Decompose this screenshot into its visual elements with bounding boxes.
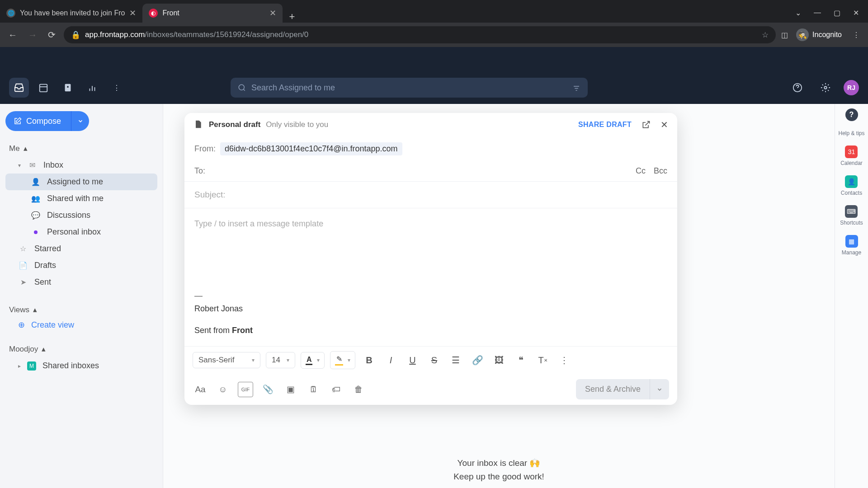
back-button[interactable]: ← bbox=[5, 27, 20, 43]
help-icon[interactable] bbox=[788, 78, 807, 98]
body-placeholder: Type / to insert a message template bbox=[194, 217, 667, 230]
incognito-badge[interactable]: 🕵 Incognito bbox=[796, 28, 842, 41]
star-icon: ☆ bbox=[18, 244, 28, 253]
to-label: To: bbox=[194, 166, 205, 176]
sidebar-item-shared-inboxes[interactable]: ▸ M Shared inboxes bbox=[5, 357, 157, 374]
browser-menu-button[interactable]: ⋮ bbox=[850, 31, 863, 39]
sidebar-item-starred[interactable]: ☆ Starred bbox=[5, 240, 157, 257]
compose-dropdown[interactable] bbox=[71, 111, 89, 131]
text-style-button[interactable]: Aa bbox=[193, 382, 208, 397]
sidebar-item-assigned[interactable]: 👤 Assigned to me bbox=[5, 174, 157, 190]
list-button[interactable]: ☰ bbox=[448, 352, 464, 368]
close-icon[interactable]: ✕ bbox=[129, 8, 136, 18]
sidebar-item-personal[interactable]: Personal inbox bbox=[5, 224, 157, 240]
nav-more-icon[interactable]: ⋮ bbox=[107, 78, 127, 98]
create-view-button[interactable]: ⊕ Create view bbox=[5, 320, 157, 330]
font-size-select[interactable]: 14 ▾ bbox=[266, 352, 295, 368]
signature-divider: — bbox=[194, 289, 667, 302]
sidebar-item-inbox[interactable]: ▾ ✉ Inbox bbox=[5, 157, 157, 174]
new-tab-button[interactable]: + bbox=[283, 11, 301, 23]
rail-calendar[interactable]: 31 Calendar bbox=[840, 145, 863, 166]
subject-field[interactable]: Subject: bbox=[184, 182, 677, 208]
bcc-button[interactable]: Bcc bbox=[654, 166, 667, 176]
font-family-select[interactable]: Sans-Serif ▾ bbox=[193, 352, 260, 368]
chat-icon: 💬 bbox=[31, 211, 41, 220]
send-dropdown[interactable] bbox=[650, 379, 669, 399]
from-value[interactable]: d6idw-dc6b813001f4ec10c7f4@in.frontapp.c… bbox=[220, 142, 402, 155]
tab-invite[interactable]: 🌐 You have been invited to join Fro ✕ bbox=[0, 4, 142, 23]
popout-icon[interactable] bbox=[642, 120, 651, 129]
compose-button[interactable]: Compose bbox=[5, 111, 71, 131]
close-icon[interactable]: ✕ bbox=[660, 119, 668, 130]
tag-button[interactable]: 🏷 bbox=[328, 382, 344, 397]
search-input[interactable] bbox=[251, 83, 567, 93]
attachment-button[interactable]: 📎 bbox=[260, 382, 276, 397]
sidebar-item-discussions[interactable]: 💬 Discussions bbox=[5, 207, 157, 224]
highlight-color-select[interactable]: ✎ ▾ bbox=[330, 351, 355, 369]
rail-contacts[interactable]: 👤 Contacts bbox=[841, 175, 862, 196]
chevron-down-icon[interactable]: ⌄ bbox=[795, 9, 801, 17]
extensions-icon[interactable]: ◫ bbox=[781, 31, 788, 39]
section-moodjoy[interactable]: Moodjoy ▴ bbox=[5, 341, 157, 357]
url-field[interactable]: 🔒 app.frontapp.com/inboxes/teammates/156… bbox=[64, 26, 776, 43]
section-me[interactable]: Me ▴ bbox=[5, 140, 157, 157]
text-color-select[interactable]: A ▾ bbox=[301, 352, 325, 369]
empty-state: Your inbox is clear 🙌 Keep up the good w… bbox=[453, 456, 544, 484]
incognito-icon: 🕵 bbox=[796, 28, 809, 41]
body-editor[interactable]: Type / to insert a message template — Ro… bbox=[184, 208, 677, 346]
sidebar-item-drafts[interactable]: 📄 Drafts bbox=[5, 257, 157, 274]
share-draft-button[interactable]: SHARE DRAFT bbox=[578, 121, 632, 129]
chevron-up-icon: ▴ bbox=[24, 144, 28, 153]
rail-shortcuts[interactable]: ⌨ Shortcuts bbox=[840, 205, 863, 226]
close-icon[interactable]: ✕ bbox=[853, 9, 859, 17]
gear-icon[interactable] bbox=[816, 78, 835, 98]
clear-format-button[interactable]: T✕ bbox=[534, 352, 551, 368]
nav-inbox-icon[interactable] bbox=[9, 78, 29, 98]
section-views[interactable]: Views ▴ bbox=[5, 301, 157, 318]
maximize-icon[interactable]: ▢ bbox=[834, 9, 840, 17]
bold-button[interactable]: B bbox=[361, 352, 377, 368]
svg-line-8 bbox=[244, 89, 245, 91]
filter-icon[interactable] bbox=[572, 84, 580, 92]
delete-button[interactable]: 🗑 bbox=[351, 382, 366, 397]
help-button[interactable]: ? bbox=[845, 108, 858, 121]
document-icon bbox=[193, 120, 203, 130]
svg-point-7 bbox=[239, 84, 244, 90]
search-box[interactable] bbox=[231, 78, 588, 98]
gif-button[interactable]: GIF bbox=[238, 382, 253, 397]
sidebar-item-sent[interactable]: ➤ Sent bbox=[5, 274, 157, 291]
format-toolbar: Sans-Serif ▾ 14 ▾ A ▾ ✎ ▾ B I U S ☰ 🔗 🖼 … bbox=[184, 346, 677, 374]
rail-help-tips[interactable]: Help & tips bbox=[838, 130, 864, 136]
to-field[interactable]: To: Cc Bcc bbox=[184, 161, 677, 182]
sidebar-item-label: Assigned to me bbox=[47, 177, 103, 187]
sidebar-item-shared[interactable]: 👥 Shared with me bbox=[5, 190, 157, 207]
composer-title: Personal draft bbox=[209, 120, 260, 129]
nav-contacts-icon[interactable] bbox=[58, 78, 78, 98]
composer-header: Personal draft Only visible to you SHARE… bbox=[184, 113, 677, 137]
underline-button[interactable]: U bbox=[404, 352, 420, 368]
template-button[interactable]: ▣ bbox=[283, 382, 298, 397]
link-button[interactable]: 🔗 bbox=[469, 352, 486, 368]
italic-button[interactable]: I bbox=[382, 352, 399, 368]
avatar[interactable]: RJ bbox=[844, 80, 859, 95]
strikethrough-button[interactable]: S bbox=[426, 352, 442, 368]
schedule-button[interactable]: 🗓 bbox=[306, 382, 321, 397]
rail-manage[interactable]: ▦ Manage bbox=[842, 235, 861, 256]
bookmark-icon[interactable]: ☆ bbox=[762, 30, 769, 40]
more-format-button[interactable]: ⋮ bbox=[556, 352, 572, 368]
reload-button[interactable]: ⟳ bbox=[45, 27, 58, 43]
close-icon[interactable]: ✕ bbox=[269, 8, 276, 18]
nav-calendar-icon[interactable] bbox=[33, 78, 53, 98]
cc-button[interactable]: Cc bbox=[636, 166, 646, 176]
tab-front[interactable]: ◐ Front ✕ bbox=[142, 4, 283, 23]
minimize-icon[interactable]: — bbox=[814, 9, 821, 17]
quote-button[interactable]: ❝ bbox=[513, 352, 529, 368]
image-button[interactable]: 🖼 bbox=[491, 352, 507, 368]
emoji-button[interactable]: ☺ bbox=[215, 382, 231, 397]
search-icon bbox=[238, 84, 246, 92]
sidebar-item-label: Starred bbox=[34, 244, 61, 253]
send-archive-button[interactable]: Send & Archive bbox=[576, 379, 650, 399]
chevron-up-icon: ▴ bbox=[33, 305, 37, 314]
nav-analytics-icon[interactable] bbox=[82, 78, 102, 98]
forward-button[interactable]: → bbox=[25, 27, 40, 43]
